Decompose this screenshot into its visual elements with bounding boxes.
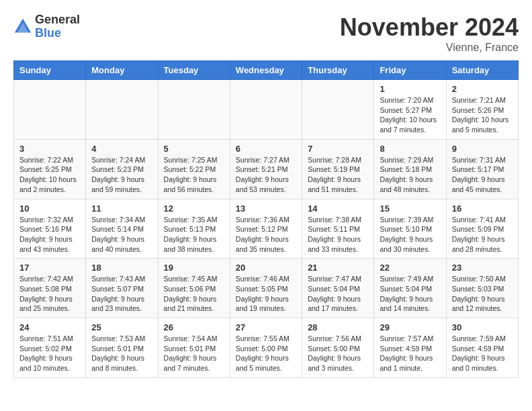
day-info: Sunrise: 7:24 AM Sunset: 5:23 PM Dayligh… [91, 155, 152, 195]
day-number: 14 [308, 203, 368, 214]
day-number: 2 [452, 84, 513, 94]
calendar-cell: 8Sunrise: 7:29 AM Sunset: 5:18 PM Daylig… [374, 139, 446, 199]
day-number: 9 [452, 144, 513, 154]
day-number: 18 [91, 263, 152, 273]
day-info: Sunrise: 7:46 AM Sunset: 5:05 PM Dayligh… [236, 274, 296, 314]
day-info: Sunrise: 7:42 AM Sunset: 5:08 PM Dayligh… [19, 274, 80, 314]
calendar-cell: 13Sunrise: 7:36 AM Sunset: 5:12 PM Dayli… [230, 199, 302, 259]
day-number: 23 [452, 263, 513, 273]
day-header-thursday: Thursday [302, 61, 374, 80]
day-number: 20 [236, 263, 296, 273]
calendar-cell: 7Sunrise: 7:28 AM Sunset: 5:19 PM Daylig… [302, 139, 374, 199]
day-info: Sunrise: 7:31 AM Sunset: 5:17 PM Dayligh… [452, 155, 513, 195]
day-number: 7 [308, 144, 368, 154]
calendar-cell: 21Sunrise: 7:47 AM Sunset: 5:04 PM Dayli… [302, 259, 374, 318]
day-header-friday: Friday [374, 61, 446, 80]
day-info: Sunrise: 7:50 AM Sunset: 5:03 PM Dayligh… [452, 274, 513, 314]
calendar-cell: 26Sunrise: 7:54 AM Sunset: 5:01 PM Dayli… [158, 318, 230, 378]
day-header-monday: Monday [86, 61, 158, 80]
calendar-cell: 5Sunrise: 7:25 AM Sunset: 5:22 PM Daylig… [158, 139, 230, 199]
day-info: Sunrise: 7:59 AM Sunset: 4:59 PM Dayligh… [452, 334, 513, 373]
calendar-cell: 25Sunrise: 7:53 AM Sunset: 5:01 PM Dayli… [86, 318, 158, 378]
day-number: 3 [19, 144, 80, 154]
calendar-cell: 23Sunrise: 7:50 AM Sunset: 5:03 PM Dayli… [446, 259, 518, 318]
calendar-cell: 1Sunrise: 7:20 AM Sunset: 5:27 PM Daylig… [374, 80, 446, 140]
day-number: 5 [164, 144, 224, 154]
day-info: Sunrise: 7:56 AM Sunset: 5:00 PM Dayligh… [308, 334, 368, 373]
calendar-week-row: 17Sunrise: 7:42 AM Sunset: 5:08 PM Dayli… [14, 259, 519, 318]
day-number: 16 [452, 203, 513, 214]
calendar-cell: 19Sunrise: 7:45 AM Sunset: 5:06 PM Dayli… [158, 259, 230, 318]
day-number: 12 [164, 203, 224, 214]
day-number: 25 [91, 322, 152, 332]
calendar-cell [158, 80, 230, 140]
calendar-table: SundayMondayTuesdayWednesdayThursdayFrid… [13, 60, 519, 378]
day-info: Sunrise: 7:54 AM Sunset: 5:01 PM Dayligh… [164, 334, 224, 373]
calendar-cell: 28Sunrise: 7:56 AM Sunset: 5:00 PM Dayli… [302, 318, 374, 378]
day-info: Sunrise: 7:39 AM Sunset: 5:10 PM Dayligh… [380, 215, 440, 255]
calendar-cell: 18Sunrise: 7:43 AM Sunset: 5:07 PM Dayli… [86, 259, 158, 318]
day-number: 21 [308, 263, 368, 273]
day-info: Sunrise: 7:36 AM Sunset: 5:12 PM Dayligh… [236, 215, 296, 255]
day-header-sunday: Sunday [14, 61, 86, 80]
calendar-week-row: 10Sunrise: 7:32 AM Sunset: 5:16 PM Dayli… [14, 199, 519, 259]
calendar-cell: 27Sunrise: 7:55 AM Sunset: 5:00 PM Dayli… [230, 318, 302, 378]
calendar-cell: 2Sunrise: 7:21 AM Sunset: 5:26 PM Daylig… [446, 80, 518, 140]
day-info: Sunrise: 7:45 AM Sunset: 5:06 PM Dayligh… [164, 274, 224, 314]
calendar-cell: 17Sunrise: 7:42 AM Sunset: 5:08 PM Dayli… [14, 259, 86, 318]
day-info: Sunrise: 7:28 AM Sunset: 5:19 PM Dayligh… [308, 155, 368, 195]
day-number: 17 [19, 263, 80, 273]
day-info: Sunrise: 7:35 AM Sunset: 5:13 PM Dayligh… [164, 215, 224, 255]
calendar-week-row: 24Sunrise: 7:51 AM Sunset: 5:02 PM Dayli… [14, 318, 519, 378]
logo: General Blue [13, 13, 80, 40]
day-header-tuesday: Tuesday [158, 61, 230, 80]
calendar-cell: 12Sunrise: 7:35 AM Sunset: 5:13 PM Dayli… [158, 199, 230, 259]
calendar-cell: 9Sunrise: 7:31 AM Sunset: 5:17 PM Daylig… [446, 139, 518, 199]
title-section: November 2024 Vienne, France [340, 13, 519, 54]
calendar-cell: 3Sunrise: 7:22 AM Sunset: 5:25 PM Daylig… [14, 139, 86, 199]
calendar-cell: 30Sunrise: 7:59 AM Sunset: 4:59 PM Dayli… [446, 318, 518, 378]
day-number: 28 [308, 322, 368, 332]
day-number: 1 [380, 84, 440, 94]
day-number: 22 [380, 263, 440, 273]
calendar-cell: 11Sunrise: 7:34 AM Sunset: 5:14 PM Dayli… [86, 199, 158, 259]
month-title: November 2024 [340, 13, 519, 42]
day-info: Sunrise: 7:32 AM Sunset: 5:16 PM Dayligh… [19, 215, 80, 255]
day-info: Sunrise: 7:38 AM Sunset: 5:11 PM Dayligh… [308, 215, 368, 255]
subtitle: Vienne, France [340, 42, 519, 54]
logo-icon [13, 17, 32, 36]
logo-text: General Blue [35, 13, 80, 40]
day-number: 8 [380, 144, 440, 154]
day-info: Sunrise: 7:55 AM Sunset: 5:00 PM Dayligh… [236, 334, 296, 373]
day-info: Sunrise: 7:57 AM Sunset: 4:59 PM Dayligh… [380, 334, 440, 373]
day-number: 19 [164, 263, 224, 273]
calendar-cell: 15Sunrise: 7:39 AM Sunset: 5:10 PM Dayli… [374, 199, 446, 259]
day-info: Sunrise: 7:49 AM Sunset: 5:04 PM Dayligh… [380, 274, 440, 314]
calendar-cell: 22Sunrise: 7:49 AM Sunset: 5:04 PM Dayli… [374, 259, 446, 318]
logo-general: General [35, 13, 80, 27]
day-info: Sunrise: 7:41 AM Sunset: 5:09 PM Dayligh… [452, 215, 513, 255]
calendar-cell: 24Sunrise: 7:51 AM Sunset: 5:02 PM Dayli… [14, 318, 86, 378]
calendar-week-row: 3Sunrise: 7:22 AM Sunset: 5:25 PM Daylig… [14, 139, 519, 199]
day-info: Sunrise: 7:22 AM Sunset: 5:25 PM Dayligh… [19, 155, 80, 195]
calendar-cell: 6Sunrise: 7:27 AM Sunset: 5:21 PM Daylig… [230, 139, 302, 199]
calendar-cell [230, 80, 302, 140]
day-number: 13 [236, 203, 296, 214]
calendar-cell: 10Sunrise: 7:32 AM Sunset: 5:16 PM Dayli… [14, 199, 86, 259]
day-info: Sunrise: 7:27 AM Sunset: 5:21 PM Dayligh… [236, 155, 296, 195]
day-header-saturday: Saturday [446, 61, 518, 80]
day-info: Sunrise: 7:21 AM Sunset: 5:26 PM Dayligh… [452, 95, 513, 135]
calendar-header-row: SundayMondayTuesdayWednesdayThursdayFrid… [14, 61, 519, 80]
calendar-cell: 20Sunrise: 7:46 AM Sunset: 5:05 PM Dayli… [230, 259, 302, 318]
day-number: 6 [236, 144, 296, 154]
day-number: 26 [164, 322, 224, 332]
page-header: General Blue November 2024 Vienne, Franc… [13, 13, 519, 54]
day-info: Sunrise: 7:20 AM Sunset: 5:27 PM Dayligh… [380, 95, 440, 135]
day-number: 29 [380, 322, 440, 332]
day-info: Sunrise: 7:51 AM Sunset: 5:02 PM Dayligh… [19, 334, 80, 373]
day-number: 4 [91, 144, 152, 154]
day-number: 27 [236, 322, 296, 332]
day-info: Sunrise: 7:53 AM Sunset: 5:01 PM Dayligh… [91, 334, 152, 373]
calendar-cell: 16Sunrise: 7:41 AM Sunset: 5:09 PM Dayli… [446, 199, 518, 259]
day-number: 11 [91, 203, 152, 214]
